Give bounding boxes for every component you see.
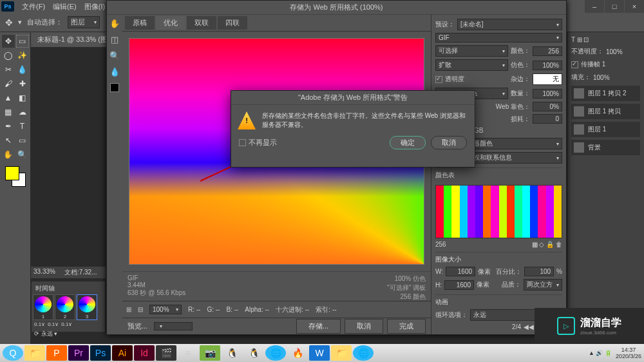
blur-tool[interactable]: ☁ — [16, 106, 29, 119]
shape-tool[interactable]: ▭ — [16, 134, 29, 147]
loop-dropdown[interactable]: 永远 — [41, 330, 53, 337]
taskbar-app[interactable]: 🎬 — [156, 345, 176, 361]
taskbar-app[interactable]: 📁 — [331, 345, 352, 361]
transparency-checkbox[interactable] — [435, 76, 442, 83]
eyedropper-tool-icon[interactable]: 💧 — [109, 67, 120, 77]
maximize-button[interactable]: □ — [605, 0, 624, 13]
slice-tool-icon[interactable]: ◫ — [111, 35, 118, 44]
taskbar-app[interactable]: Q — [3, 345, 23, 361]
path-tool[interactable]: ↖ — [2, 134, 15, 147]
taskbar-app[interactable]: 🌐 — [265, 345, 286, 361]
layer-item[interactable]: 图层 1 — [571, 122, 640, 137]
zoom-level[interactable]: 33.33% — [33, 268, 55, 277]
layer-item[interactable]: 图层 1 拷贝 — [571, 104, 640, 119]
quality-dropdown[interactable]: 两次立方 — [524, 279, 562, 291]
zoom-dropdown[interactable]: 100% — [149, 305, 182, 314]
ok-button[interactable]: 确定 — [390, 136, 426, 149]
doc-size: 文档:7.32... — [64, 268, 97, 277]
tab-4up[interactable]: 四联 — [218, 16, 247, 30]
menu-image[interactable]: 图像(I) — [80, 2, 109, 12]
tab-optimized[interactable]: 优化 — [156, 16, 185, 30]
pen-tool[interactable]: ✒ — [2, 120, 15, 133]
amount-input[interactable]: 100% — [533, 89, 562, 99]
zoom-tool[interactable]: 🔍 — [16, 148, 29, 161]
taskbar-app[interactable]: Ps — [90, 345, 111, 361]
lossy-input[interactable]: 0 — [533, 114, 562, 124]
taskbar-app[interactable]: 🌐 — [353, 345, 374, 361]
menu-file[interactable]: 文件(F) — [18, 2, 49, 12]
cancel-button[interactable]: 取消 — [345, 319, 383, 334]
menu-edit[interactable]: 编辑(E) — [49, 2, 80, 12]
taskbar-app[interactable]: W — [309, 345, 330, 361]
timeline-frame[interactable]: 1 — [33, 294, 53, 320]
brush-tool[interactable]: 🖌 — [2, 77, 15, 90]
frame-delay[interactable]: 0.1∨ — [61, 321, 72, 327]
eyedropper-tool[interactable]: 💧 — [16, 63, 29, 76]
artboard-tool[interactable]: ▭ — [16, 35, 29, 48]
fill-value[interactable]: 100% — [593, 74, 610, 81]
layer-item[interactable]: 图层 1 拷贝 2 — [571, 86, 640, 101]
matte-dropdown[interactable]: 无 — [533, 73, 562, 85]
move-tool[interactable]: ✥ — [2, 35, 15, 48]
frame-delay[interactable]: 0.1∨ — [48, 321, 59, 327]
save-button[interactable]: 存储... — [296, 319, 341, 334]
timeline-frame[interactable]: 3 — [77, 294, 97, 320]
dont-show-label: 不再显示 — [249, 138, 277, 148]
tab-2up[interactable]: 双联 — [187, 16, 216, 30]
dont-show-checkbox[interactable] — [239, 139, 246, 146]
layer-item[interactable]: 背景 — [571, 140, 640, 155]
frame-delay[interactable]: 0.1∨ — [34, 321, 45, 327]
auto-select-dropdown[interactable]: 图层 — [68, 16, 100, 28]
taskbar-app[interactable]: ≡ — [178, 345, 198, 361]
taskbar-app[interactable]: 🐧 — [243, 345, 264, 361]
done-button[interactable]: 完成 — [387, 319, 426, 334]
right-panels: T ⊞ ⊡ 不透明度：100% 传播帧 1 填充：100% 图层 1 拷贝 2 … — [567, 32, 644, 348]
width-input[interactable]: 1600 — [446, 267, 475, 276]
prev-frame-icon[interactable]: ◀◀ — [524, 323, 534, 330]
opacity-value[interactable]: 100% — [606, 48, 623, 55]
browser-dropdown[interactable] — [154, 322, 193, 330]
lasso-tool[interactable]: ◯ — [2, 49, 15, 62]
palette-dropdown[interactable]: 可选择 — [435, 45, 508, 57]
hand-tool[interactable]: ✋ — [2, 148, 15, 161]
system-tray[interactable]: ▲ 🔊 🔋 14:37 2020/3/26 — [589, 347, 641, 359]
type-tool[interactable]: T — [16, 120, 29, 133]
foreground-color-swatch[interactable] — [5, 166, 19, 180]
opacity-label: 不透明度： — [571, 47, 603, 56]
zoom-tool-icon[interactable]: 🔍 — [109, 51, 120, 61]
stamp-tool[interactable]: ▲ — [2, 91, 15, 104]
taskbar-app[interactable]: P — [46, 345, 67, 361]
taskbar-app[interactable]: 📁 — [24, 345, 45, 361]
gradient-tool[interactable]: ▦ — [2, 106, 15, 119]
taskbar-app[interactable]: Id — [134, 345, 155, 361]
dither-dropdown[interactable]: 扩散 — [435, 59, 508, 71]
magic-wand-tool[interactable]: ✨ — [16, 49, 29, 62]
taskbar-app[interactable]: 🐧 — [222, 345, 242, 361]
colors-input[interactable]: 256 — [533, 46, 562, 56]
frame-info: 2/4 — [512, 323, 521, 330]
web-snap-input[interactable]: 0% — [533, 102, 562, 111]
metadata-dropdown[interactable]: 版权和联系信息 — [464, 152, 562, 164]
taskbar-app[interactable]: Pr — [68, 345, 89, 361]
propagate-label: 传播帧 1 — [581, 60, 605, 69]
format-dropdown[interactable]: GIF — [435, 33, 562, 43]
preview-button[interactable]: 预览... — [128, 321, 147, 331]
taskbar-app[interactable]: Ai — [112, 345, 133, 361]
tab-original[interactable]: 原稿 — [125, 16, 155, 30]
dither-input[interactable]: 100% — [533, 61, 562, 70]
taskbar-app[interactable]: 📷 — [200, 345, 220, 361]
taskbar-app[interactable]: 🔥 — [287, 345, 308, 361]
percent-input[interactable]: 100 — [524, 267, 554, 276]
close-button[interactable]: × — [625, 0, 644, 13]
hand-tool-icon[interactable]: ✋ — [109, 19, 120, 28]
cancel-button[interactable]: 取消 — [431, 136, 467, 149]
propagate-checkbox[interactable] — [571, 61, 578, 68]
height-input[interactable]: 1600 — [444, 280, 474, 290]
eraser-tool[interactable]: ◧ — [16, 91, 29, 104]
healing-tool[interactable]: ✚ — [16, 77, 29, 90]
color-table[interactable] — [435, 185, 562, 238]
preset-dropdown[interactable]: [未命名] — [457, 19, 562, 30]
minimize-button[interactable]: – — [585, 0, 604, 13]
crop-tool[interactable]: ✂ — [2, 63, 15, 76]
timeline-frame[interactable]: 2 — [55, 294, 75, 320]
